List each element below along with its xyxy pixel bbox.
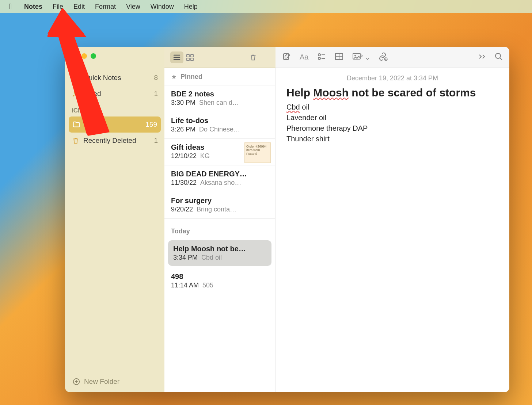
svg-point-10 xyxy=(318,57,320,60)
sidebar-item-label: Notes xyxy=(84,121,102,129)
note-thumbnail: Order #26994 item from Foxand xyxy=(244,142,271,163)
menubar-item-window[interactable]: Window xyxy=(151,3,174,11)
quick-notes-icon xyxy=(72,74,80,82)
note-time: 12/10/22 xyxy=(171,152,197,160)
note-title: Life to-dos xyxy=(171,116,269,125)
plus-circle-icon xyxy=(72,378,80,386)
svg-point-13 xyxy=(354,55,356,56)
svg-point-15 xyxy=(495,53,501,58)
format-button[interactable]: Aa xyxy=(300,53,308,61)
note-item[interactable]: BIG DEAD ENERGY… 11/30/22Aksana sho… xyxy=(164,165,275,192)
delete-note-button[interactable] xyxy=(247,51,260,63)
sidebar-item-shared[interactable]: hared 1 xyxy=(65,86,164,102)
note-time: 3:30 PM xyxy=(171,99,195,107)
svg-point-9 xyxy=(318,54,320,56)
note-preview: KG xyxy=(200,152,210,160)
note-preview: Aksana sho… xyxy=(200,179,241,187)
svg-rect-4 xyxy=(187,54,189,57)
menubar-app[interactable]: Notes xyxy=(24,3,42,11)
shared-icon xyxy=(72,90,80,98)
note-title: BIG DEAD ENERGY… xyxy=(171,170,269,178)
sidebar-item-label: hared xyxy=(83,90,101,98)
note-item[interactable]: 498 11:14 AM505 xyxy=(164,268,275,294)
apple-menu-icon[interactable]:  xyxy=(9,2,12,11)
pinned-label: Pinned xyxy=(180,73,202,81)
note-date: December 19, 2022 at 3:34 PM xyxy=(276,68,509,86)
note-title: For surgery xyxy=(171,196,269,205)
note-item[interactable]: Gift ideas 12/10/22KG Order #26994 item … xyxy=(164,139,275,165)
note-title: 498 xyxy=(171,272,269,281)
sidebar-item-label: Recently Deleted xyxy=(83,137,136,145)
svg-rect-7 xyxy=(191,58,193,61)
menubar-item-edit[interactable]: Edit xyxy=(73,3,85,11)
sidebar-item-recently-deleted[interactable]: Recently Deleted 1 xyxy=(65,133,164,149)
note-detail[interactable]: December 19, 2022 at 3:34 PM Help Moosh … xyxy=(276,68,509,392)
count-badge: 159 xyxy=(145,121,157,129)
note-body-line: Pheromone therapy DAP xyxy=(286,123,498,134)
minimize-button[interactable] xyxy=(81,53,87,59)
sidebar: Quick Notes 8 hared 1 iCloud Notes 159 R… xyxy=(65,47,164,392)
count-badge: 8 xyxy=(154,74,158,82)
sidebar-item-notes[interactable]: Notes 159 xyxy=(69,116,161,133)
note-time: 11:14 AM xyxy=(171,282,199,289)
menubar-item-file[interactable]: File xyxy=(53,3,63,11)
new-folder-button[interactable]: New Folder xyxy=(65,371,164,392)
overflow-button[interactable] xyxy=(479,54,486,61)
note-time: 3:34 PM xyxy=(173,254,198,261)
note-preview: Do Chinese… xyxy=(199,126,240,133)
svg-rect-6 xyxy=(187,58,189,61)
note-title: BDE 2 notes xyxy=(171,90,269,98)
sidebar-section-icloud: iCloud xyxy=(65,102,164,116)
new-note-button[interactable] xyxy=(282,52,291,62)
sidebar-item-quick-notes[interactable]: Quick Notes 8 xyxy=(65,70,164,86)
media-button[interactable] xyxy=(352,53,369,62)
checklist-button[interactable] xyxy=(317,53,326,62)
note-preview: Cbd oil xyxy=(201,254,222,261)
count-badge: 1 xyxy=(154,90,158,98)
note-body-line: Lavender oil xyxy=(286,112,498,123)
new-folder-label: New Folder xyxy=(84,378,119,386)
list-view-button[interactable] xyxy=(170,51,183,63)
count-badge: 1 xyxy=(154,137,158,145)
menubar-item-view[interactable]: View xyxy=(126,3,140,11)
sidebar-item-label: Quick Notes xyxy=(83,74,121,82)
note-heading: Help Moosh not be scared of storms xyxy=(286,86,498,100)
note-preview: Shen can d… xyxy=(199,99,239,107)
note-item[interactable]: For surgery 9/20/22Bring conta… xyxy=(164,192,275,219)
close-button[interactable] xyxy=(72,53,78,59)
notes-window: Quick Notes 8 hared 1 iCloud Notes 159 R… xyxy=(65,47,509,392)
fullscreen-button[interactable] xyxy=(91,53,96,59)
note-item[interactable]: BDE 2 notes 3:30 PMShen can d… xyxy=(164,85,275,112)
svg-rect-5 xyxy=(191,54,193,57)
pin-icon xyxy=(171,74,177,80)
svg-point-2 xyxy=(74,91,77,94)
note-body-line: Cbd oil xyxy=(286,102,498,112)
table-button[interactable] xyxy=(335,53,343,62)
today-header: Today xyxy=(164,219,275,238)
toolbar: Aa xyxy=(164,47,509,68)
menubar-item-format[interactable]: Format xyxy=(95,3,116,11)
pinned-header: Pinned xyxy=(164,68,275,85)
window-controls xyxy=(65,47,164,70)
note-preview: 505 xyxy=(202,282,213,289)
menubar-item-help[interactable]: Help xyxy=(184,3,198,11)
toolbar-divider xyxy=(268,52,268,63)
search-button[interactable] xyxy=(495,53,503,62)
link-button[interactable] xyxy=(378,52,388,62)
note-time: 11/30/22 xyxy=(171,179,197,187)
grid-view-button[interactable] xyxy=(183,51,197,63)
note-time: 9/20/22 xyxy=(171,206,193,213)
menubar:  Notes File Edit Format View Window Hel… xyxy=(0,0,532,13)
note-item[interactable]: Life to-dos 3:26 PMDo Chinese… xyxy=(164,112,275,139)
note-time: 3:26 PM xyxy=(171,126,195,133)
note-item-selected[interactable]: Help Moosh not be… 3:34 PMCbd oil xyxy=(168,240,271,266)
notes-list: Pinned BDE 2 notes 3:30 PMShen can d… Li… xyxy=(164,68,276,392)
note-title: Help Moosh not be… xyxy=(173,245,266,253)
note-preview: Bring conta… xyxy=(197,206,236,213)
note-body-line: Thunder shirt xyxy=(286,134,498,144)
folder-icon xyxy=(72,121,80,129)
trash-icon xyxy=(72,137,80,145)
